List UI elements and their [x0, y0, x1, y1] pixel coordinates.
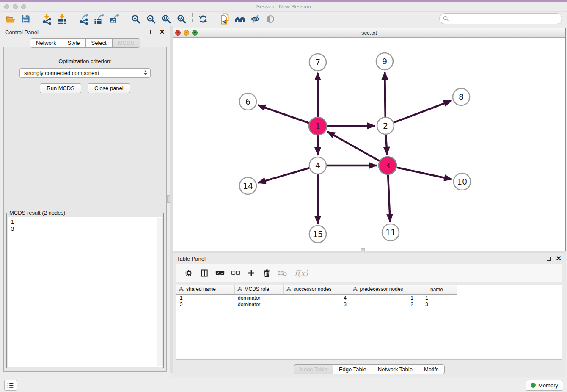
- table-row[interactable]: 3dominator323: [176, 301, 463, 308]
- table-header-row: shared nameMCDS rolesuccessor nodesprede…: [176, 285, 463, 294]
- graph-node-label: 15: [313, 229, 323, 239]
- table-cell[interactable]: 1: [176, 294, 234, 301]
- save-session-button[interactable]: [18, 13, 33, 25]
- search-input[interactable]: [449, 14, 562, 23]
- first-neighbors-button[interactable]: [232, 13, 248, 25]
- horizontal-splitter-grip[interactable]: [361, 248, 365, 251]
- column-header-MCDS-role[interactable]: MCDS role: [234, 285, 284, 294]
- criterion-select[interactable]: strongly connected component: [19, 68, 151, 78]
- table-panel-header: Table Panel ✕: [173, 253, 566, 265]
- column-header-successor-nodes[interactable]: successor nodes: [284, 285, 350, 294]
- table-tab-network-table[interactable]: Network Table: [372, 364, 418, 374]
- table-tab-motifs[interactable]: Motifs: [418, 364, 445, 374]
- graph-edge-3-10[interactable]: [397, 168, 452, 179]
- memory-button[interactable]: Memory: [526, 380, 563, 391]
- export-network-button[interactable]: [76, 13, 91, 25]
- select-all-rows-button[interactable]: [213, 266, 227, 280]
- control-panel-tabs: NetworkStyleSelectMCDS: [0, 38, 170, 48]
- column-header-shared-name[interactable]: shared name: [176, 285, 234, 294]
- run-mcds-button[interactable]: Run MCDS: [40, 83, 81, 93]
- delete-table-button[interactable]: [275, 266, 289, 280]
- zoom-selected-button[interactable]: [174, 13, 189, 25]
- function-builder-button[interactable]: f(x): [291, 266, 311, 280]
- table-cell[interactable]: 3: [417, 301, 457, 308]
- graph-edge-3-1[interactable]: [328, 132, 380, 161]
- table-cell[interactable]: 1: [417, 294, 457, 301]
- graph-edge-4-14[interactable]: [258, 168, 309, 183]
- zoom-in-icon: [131, 14, 141, 24]
- float-panel-icon[interactable]: [150, 30, 154, 34]
- vertical-splitter-grip[interactable]: [167, 195, 170, 203]
- clone-network-button[interactable]: [217, 13, 232, 25]
- delete-rows-button[interactable]: [260, 266, 274, 280]
- table-tab-edge-table[interactable]: Edge Table: [333, 364, 372, 374]
- import-table-button[interactable]: [55, 13, 70, 25]
- graph-edge-2-8[interactable]: [394, 101, 451, 123]
- network-graph-canvas[interactable]: 7968124314101511: [173, 38, 565, 251]
- graph-edge-1-2[interactable]: [327, 126, 375, 126]
- toolbar-separator: [36, 13, 36, 25]
- zoom-in-button[interactable]: [128, 13, 143, 25]
- float-table-panel-icon[interactable]: [547, 257, 551, 261]
- network-minimize-button[interactable]: −: [184, 30, 189, 36]
- export-table-button[interactable]: [91, 13, 107, 25]
- column-header-name[interactable]: name: [417, 285, 457, 294]
- search-icon: [443, 16, 449, 22]
- network-window-controls: ✕ − +: [175, 30, 198, 36]
- zoom-out-button[interactable]: [143, 13, 159, 25]
- apply-layout-button[interactable]: [195, 13, 211, 25]
- table-cell[interactable]: 4: [284, 294, 350, 301]
- graph-node-label: 10: [457, 177, 467, 186]
- table-cell[interactable]: dominator: [234, 294, 284, 301]
- toolbar-separator: [125, 13, 125, 25]
- graph-edge-2-9[interactable]: [385, 72, 385, 117]
- export-image-icon: [109, 14, 120, 25]
- unselect-all-rows-button[interactable]: [228, 266, 242, 280]
- toolbar-separator: [192, 13, 193, 25]
- close-panel-icon[interactable]: ✕: [160, 30, 165, 34]
- result-scrollbar[interactable]: [157, 218, 162, 366]
- network-close-button[interactable]: ✕: [175, 30, 181, 36]
- memory-status-icon: [531, 383, 536, 388]
- close-table-panel-icon[interactable]: ✕: [556, 257, 561, 261]
- table-row[interactable]: 1dominator411: [176, 294, 463, 301]
- zoom-fit-button[interactable]: [159, 13, 174, 25]
- column-label: shared name: [186, 286, 216, 292]
- graph-edge-1-6[interactable]: [258, 105, 309, 123]
- graph-node-label: 3: [385, 161, 390, 170]
- gear-icon: [184, 269, 193, 277]
- graph-edge-3-11[interactable]: [388, 175, 390, 222]
- tab-style[interactable]: Style: [62, 38, 86, 48]
- tab-select[interactable]: Select: [86, 38, 113, 48]
- add-row-button[interactable]: [244, 266, 258, 280]
- export-image-button[interactable]: [107, 13, 122, 25]
- tab-mcds[interactable]: MCDS: [113, 38, 140, 48]
- tab-network[interactable]: Network: [30, 38, 62, 48]
- close-panel-button[interactable]: Close panel: [88, 83, 130, 93]
- mcds-tab-content: Optimization criterion: strongly connect…: [3, 47, 167, 372]
- toggle-column-display-button[interactable]: [197, 266, 211, 280]
- open-session-button[interactable]: [3, 13, 18, 25]
- node-table: shared nameMCDS rolesuccessor nodesprede…: [176, 285, 463, 308]
- table-cell[interactable]: 3: [176, 301, 234, 308]
- column-settings-button[interactable]: [182, 266, 195, 280]
- network-window-titlebar[interactable]: ✕ − + scc.txt: [173, 28, 565, 38]
- mcds-result-list: 1 3: [8, 217, 162, 367]
- global-search-field[interactable]: [439, 13, 562, 24]
- column-header-filler: [457, 285, 463, 294]
- show-all-button[interactable]: [263, 13, 278, 25]
- import-network-button[interactable]: [39, 13, 55, 25]
- network-maximize-button[interactable]: +: [192, 30, 198, 36]
- graph-edge-2-3[interactable]: [386, 135, 387, 155]
- table-tab-node-table[interactable]: Node Table: [294, 364, 333, 374]
- table-cell[interactable]: 1: [350, 294, 417, 301]
- table-cell[interactable]: 2: [350, 301, 417, 308]
- task-history-button[interactable]: [4, 380, 17, 391]
- column-header-predecessor-nodes[interactable]: predecessor nodes: [350, 285, 417, 294]
- table-cell-filler: [457, 301, 463, 308]
- table-cell[interactable]: dominator: [234, 301, 284, 308]
- optimization-criterion-label: Optimization criterion:: [4, 58, 166, 64]
- graph-node-label: 6: [245, 97, 250, 106]
- hide-selected-button[interactable]: [248, 13, 263, 25]
- table-cell[interactable]: 3: [284, 301, 350, 308]
